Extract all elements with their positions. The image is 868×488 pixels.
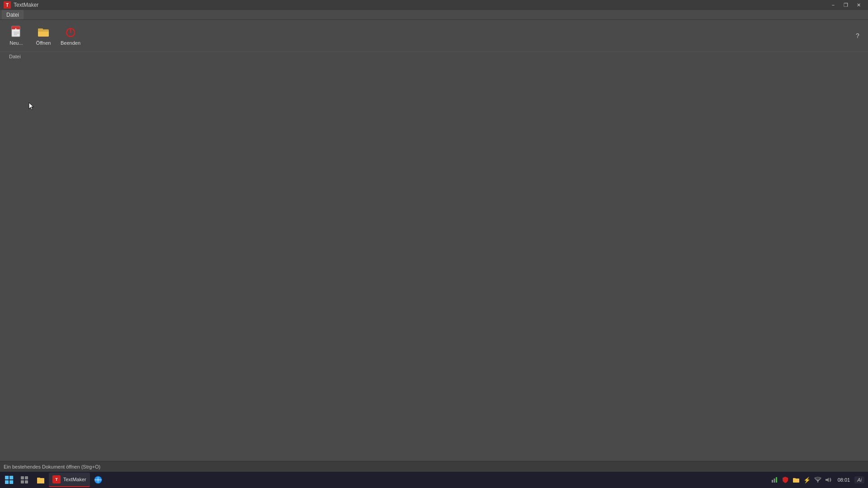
- taskbar-left: [2, 473, 32, 487]
- title-bar: T TextMaker − ❐ ✕: [0, 0, 868, 10]
- open-button[interactable]: Öffnen: [31, 22, 56, 49]
- cursor: [28, 102, 34, 110]
- svg-rect-18: [21, 480, 24, 483]
- tray-icon-bluetooth[interactable]: ⚡: [802, 475, 811, 484]
- shield-icon: [782, 476, 788, 483]
- svg-rect-26: [772, 480, 773, 483]
- folder-tray-icon: [793, 477, 800, 483]
- browser-icon: [94, 475, 103, 484]
- textmaker-taskbar-app[interactable]: T TextMaker: [49, 473, 90, 487]
- title-text: TextMaker: [14, 2, 38, 8]
- title-controls: − ❐ ✕: [827, 1, 864, 9]
- file-manager-icon: [36, 475, 45, 484]
- task-view-icon: [20, 476, 28, 484]
- tray-icon-volume[interactable]: [824, 475, 833, 484]
- menu-bar: Datei: [0, 10, 868, 20]
- minimize-button[interactable]: −: [827, 1, 839, 9]
- file-manager-taskbar[interactable]: [33, 473, 48, 487]
- ribbon-bar: Datei: [0, 52, 868, 61]
- svg-rect-30: [793, 478, 796, 479]
- svg-rect-14: [5, 480, 9, 484]
- main-content: [0, 61, 868, 461]
- svg-rect-16: [21, 476, 24, 479]
- network-icon: [771, 476, 778, 483]
- volume-icon: [825, 477, 832, 483]
- start-button[interactable]: [2, 473, 16, 487]
- windows-icon: [5, 475, 14, 484]
- status-bar: Ein bestehendes Dokument öffnen (Strg+O): [0, 461, 868, 472]
- svg-point-31: [817, 481, 818, 482]
- app-icon: T: [4, 1, 11, 9]
- taskbar-apps: T TextMaker: [33, 473, 105, 487]
- new-button-label: Neu...: [9, 40, 23, 46]
- tray-icon-wifi[interactable]: [813, 475, 822, 484]
- svg-rect-12: [5, 476, 9, 479]
- svg-rect-27: [774, 479, 775, 483]
- svg-text:A: A: [15, 28, 17, 30]
- textmaker-taskbar-icon: T: [52, 475, 61, 483]
- textmaker-taskbar-label: TextMaker: [63, 477, 86, 482]
- title-left: T TextMaker: [4, 1, 38, 9]
- open-button-label: Öffnen: [36, 40, 51, 46]
- quit-button[interactable]: Beenden: [58, 22, 83, 49]
- wifi-icon: [814, 477, 821, 483]
- ai-button[interactable]: Ai: [854, 476, 864, 483]
- svg-rect-17: [25, 476, 28, 479]
- svg-marker-32: [826, 478, 829, 482]
- new-doc-icon: A: [9, 25, 24, 39]
- svg-rect-15: [9, 480, 13, 484]
- quit-button-label: Beenden: [61, 40, 80, 46]
- ribbon-category-datei[interactable]: Datei: [4, 53, 26, 60]
- menu-item-datei[interactable]: Datei: [2, 10, 24, 19]
- folder-icon: [36, 25, 51, 39]
- new-button[interactable]: A Neu...: [4, 22, 29, 49]
- system-clock[interactable]: 08:01: [835, 477, 853, 483]
- restore-button[interactable]: ❐: [840, 1, 852, 9]
- help-button[interactable]: ?: [851, 29, 864, 42]
- svg-rect-9: [38, 30, 49, 32]
- toolbar-right: ?: [851, 29, 864, 42]
- taskbar: T TextMaker: [0, 472, 868, 488]
- tray-icon-1[interactable]: [770, 475, 779, 484]
- help-icon: ?: [856, 32, 859, 39]
- browser-taskbar[interactable]: [91, 473, 105, 487]
- tray-icon-folder[interactable]: [792, 475, 801, 484]
- status-text: Ein bestehendes Dokument öffnen (Strg+O): [4, 464, 100, 469]
- power-icon: [63, 25, 78, 39]
- svg-rect-13: [9, 476, 13, 479]
- close-button[interactable]: ✕: [853, 1, 864, 9]
- toolbar: A Neu... Öffnen Beenden ?: [0, 20, 868, 52]
- taskbar-right: ⚡ 08:01 Ai: [770, 475, 866, 484]
- task-view-button[interactable]: [17, 473, 32, 487]
- tray-icon-shield[interactable]: [781, 475, 790, 484]
- svg-rect-22: [37, 479, 44, 483]
- svg-rect-28: [776, 477, 777, 483]
- svg-rect-19: [25, 480, 28, 483]
